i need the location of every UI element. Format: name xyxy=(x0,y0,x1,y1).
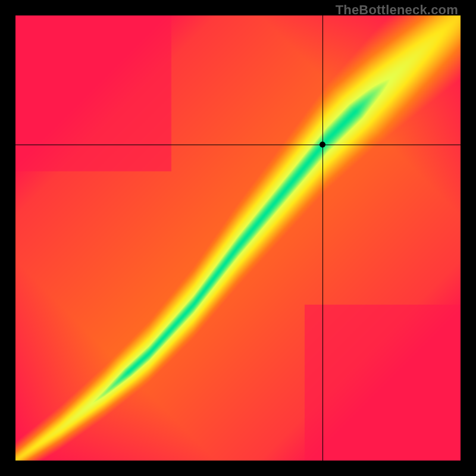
crosshair-horizontal xyxy=(15,145,461,145)
watermark-text: TheBottleneck.com xyxy=(336,2,458,18)
heatmap-canvas xyxy=(15,15,461,461)
marker-dot xyxy=(320,142,325,148)
chart-outer-frame: TheBottleneck.com xyxy=(0,0,476,476)
heatmap-plot-area xyxy=(15,15,461,461)
crosshair-vertical xyxy=(322,15,323,461)
